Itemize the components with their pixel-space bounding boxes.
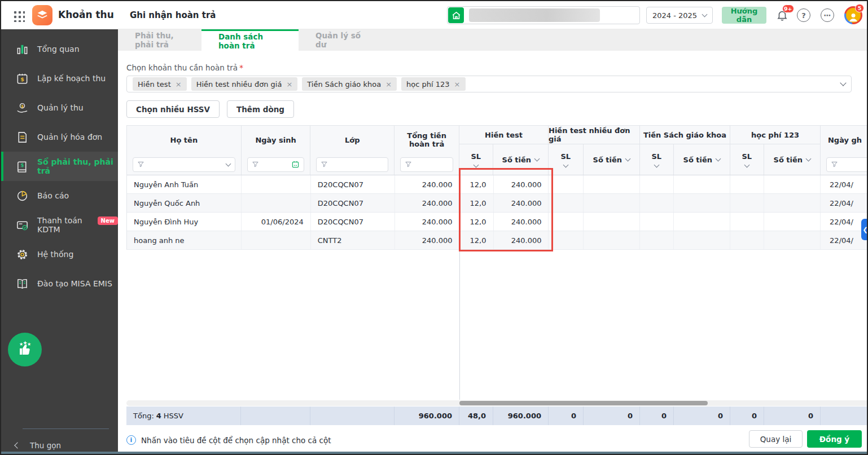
cell-amount-empty[interactable] xyxy=(584,213,640,231)
cell-sl[interactable]: 12,0 xyxy=(460,175,494,193)
cell-sl-empty[interactable] xyxy=(549,194,584,212)
cell-sl-empty[interactable] xyxy=(549,175,584,193)
cell-amount-empty[interactable] xyxy=(584,194,640,212)
tab-quan-ly-so-du[interactable]: Quản lý số dư xyxy=(299,29,382,51)
sl-column-header[interactable]: SL xyxy=(549,144,584,175)
fee-tag[interactable]: Tiền Sách giáo khoa × xyxy=(302,77,397,91)
home-button[interactable] xyxy=(448,7,464,23)
name-filter-input[interactable] xyxy=(133,157,235,172)
cell-total[interactable]: 240.000 xyxy=(395,213,460,231)
dob-filter-input[interactable] xyxy=(247,157,305,172)
sidebar-item-he-thong[interactable]: Hệ thống xyxy=(1,240,118,269)
help-button[interactable]: ? xyxy=(797,8,810,22)
rewards-button[interactable]: ★ ★ ★ xyxy=(8,333,42,366)
cell-sl-empty[interactable] xyxy=(730,213,764,231)
school-year-select[interactable]: 2024 - 2025 xyxy=(646,7,713,24)
cell-sl-empty[interactable] xyxy=(730,231,764,249)
sl-column-header[interactable]: SL xyxy=(459,144,493,175)
cell-amount-empty[interactable] xyxy=(764,175,821,193)
cell-amount-empty[interactable] xyxy=(764,194,821,212)
cell-class[interactable]: D20CQCN07 xyxy=(311,175,395,193)
cell-amount-empty[interactable] xyxy=(674,231,730,249)
column-header-total[interactable]: Tổng tiền hoàn trả xyxy=(394,126,459,154)
cell-dob[interactable] xyxy=(242,175,311,193)
fee-multiselect[interactable]: Hiền test × Hiền test nhiều đơn giá × Ti… xyxy=(126,76,852,92)
amount-column-header[interactable]: Số tiền xyxy=(764,144,820,175)
column-header-dob[interactable]: Ngày sinh xyxy=(242,126,310,154)
sidebar-item-quan-ly-hoa-don[interactable]: Quản lý hóa đơn xyxy=(1,122,118,152)
date-filter-input[interactable] xyxy=(826,157,868,172)
tab-danh-sach-hoan-tra[interactable]: Danh sách hoàn trả xyxy=(201,29,299,51)
sidebar-item-bao-cao[interactable]: Báo cáo xyxy=(1,181,118,210)
amount-column-header[interactable]: Số tiền xyxy=(674,144,730,175)
tab-phai-thu-phai-tra[interactable]: Phải thu, phải trả xyxy=(118,29,201,51)
cell-date[interactable]: 22/04/ xyxy=(821,175,868,193)
cell-sl-empty[interactable] xyxy=(640,194,674,212)
cell-class[interactable]: CNTT2 xyxy=(311,231,395,249)
cell-amount-empty[interactable] xyxy=(764,231,821,249)
cell-total[interactable]: 240.000 xyxy=(395,194,460,212)
cell-amount-empty[interactable] xyxy=(674,194,730,212)
cell-name[interactable]: Nguyễn Quốc Anh xyxy=(127,194,242,212)
cell-sl-empty[interactable] xyxy=(640,213,674,231)
unit-search-input[interactable] xyxy=(447,6,640,24)
sidebar-item-lap-ke-hoach-thu[interactable]: $ Lập kế hoạch thu xyxy=(1,64,118,93)
cell-amount-empty[interactable] xyxy=(584,175,640,193)
cell-amount-empty[interactable] xyxy=(674,175,730,193)
cell-sl-empty[interactable] xyxy=(640,231,674,249)
app-logo[interactable] xyxy=(32,5,52,25)
amount-column-header[interactable]: Số tiền xyxy=(584,144,639,175)
cell-name[interactable]: Nguyễn Anh Tuấn xyxy=(127,175,242,193)
cell-amount[interactable]: 240.000 xyxy=(494,231,549,249)
scrollbar-thumb[interactable] xyxy=(459,401,708,405)
remove-tag-icon[interactable]: × xyxy=(385,80,392,89)
back-button[interactable]: Quay lại xyxy=(749,430,803,448)
fee-tag[interactable]: Hiền test × xyxy=(133,77,187,91)
class-filter-input[interactable] xyxy=(316,157,388,172)
remove-tag-icon[interactable]: × xyxy=(454,80,461,89)
cell-amount[interactable]: 240.000 xyxy=(494,175,549,193)
cell-sl-empty[interactable] xyxy=(640,175,674,193)
cell-sl[interactable]: 12,0 xyxy=(460,231,494,249)
cell-name[interactable]: hoang anh ne xyxy=(127,231,242,249)
cell-amount[interactable]: 240.000 xyxy=(494,213,549,231)
fee-group-header[interactable]: Hiền test xyxy=(459,126,548,144)
cell-sl[interactable]: 12,0 xyxy=(460,213,494,231)
column-header-name[interactable]: Họ tên xyxy=(127,126,241,154)
sidebar-item-dao-tao-misa-emis[interactable]: Đào tạo MISA EMIS xyxy=(1,269,118,298)
remove-tag-icon[interactable]: × xyxy=(286,80,292,89)
cell-sl-empty[interactable] xyxy=(549,231,584,249)
add-row-button[interactable]: Thêm dòng xyxy=(227,100,294,118)
cell-class[interactable]: D20CQCN07 xyxy=(311,194,395,212)
cell-amount-empty[interactable] xyxy=(764,213,821,231)
cell-date[interactable]: 22/04/ xyxy=(821,194,868,212)
sidebar-item-so-phai-thu-phai-tra[interactable]: $ Sổ phải thu, phải trả xyxy=(1,152,118,181)
cell-sl[interactable]: 12,0 xyxy=(460,194,494,212)
cell-class[interactable]: D20CQCN07 xyxy=(311,213,395,231)
cell-dob[interactable] xyxy=(242,194,311,212)
fee-tag[interactable]: Hiền test nhiều đơn giá × xyxy=(191,77,298,91)
column-header-class[interactable]: Lớp xyxy=(310,126,394,154)
cell-amount-empty[interactable] xyxy=(584,231,640,249)
sl-column-header[interactable]: SL xyxy=(640,144,674,175)
horizontal-scrollbar[interactable] xyxy=(126,400,868,406)
sl-column-header[interactable]: SL xyxy=(730,144,764,175)
fee-group-header[interactable]: học phí 123 xyxy=(730,126,820,144)
cell-total[interactable]: 240.000 xyxy=(395,231,460,249)
cell-amount[interactable]: 240.000 xyxy=(494,194,549,212)
amount-column-header[interactable]: Số tiền xyxy=(493,144,548,175)
cell-dob[interactable] xyxy=(242,231,311,249)
fee-group-header[interactable]: Hiền test nhiều đơn giá xyxy=(549,126,639,144)
confirm-button[interactable]: Đồng ý xyxy=(807,430,862,448)
cell-sl-empty[interactable] xyxy=(730,194,764,212)
cell-name[interactable]: Nguyễn Đình Huy xyxy=(127,213,242,231)
fee-group-header[interactable]: Tiền Sách giáo khoa xyxy=(640,126,730,144)
total-filter-input[interactable] xyxy=(400,157,453,172)
cell-total[interactable]: 240.000 xyxy=(395,175,460,193)
column-header-date[interactable]: Ngày gh xyxy=(821,126,868,154)
cell-sl-empty[interactable] xyxy=(549,213,584,231)
cell-amount-empty[interactable] xyxy=(674,213,730,231)
more-button[interactable]: ⋯ xyxy=(821,8,834,22)
cell-sl-empty[interactable] xyxy=(730,175,764,193)
cell-dob[interactable]: 01/06/2024 xyxy=(242,213,311,231)
